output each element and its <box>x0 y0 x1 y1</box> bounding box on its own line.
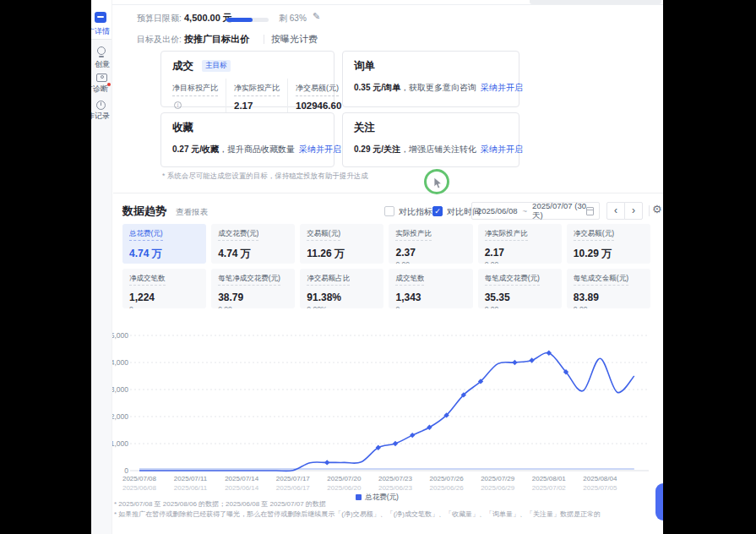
metric-card[interactable]: 净成交笔数1,2240 <box>122 269 206 308</box>
metric-card[interactable]: 成交花费(元)4.74 万0.00 <box>211 224 295 264</box>
date-range-separator: ~ <box>523 206 528 215</box>
metric-label: 每笔成交金额(元) <box>574 274 628 286</box>
trend-section-title: 数据趋势 <box>122 204 166 219</box>
x-axis-tick-main: 2025/07/20 <box>314 475 373 482</box>
metric-value: 2.17 <box>485 247 555 259</box>
metric-value: 83.89 <box>574 292 644 303</box>
metric-label: 净交易额(元) <box>574 229 614 241</box>
inquiry-desc: ，获取更多意向咨询 <box>400 83 476 92</box>
adopt-favorite-link[interactable]: 采纳并开启 <box>299 144 341 154</box>
adopt-inquiry-link[interactable]: 采纳并开启 <box>481 83 523 92</box>
metric-value: 91.38% <box>307 292 377 303</box>
metric-compare-value: 0.00 <box>574 305 644 308</box>
diagnose-icon[interactable] <box>96 74 107 82</box>
legend-label: 总花费(元) <box>365 493 399 501</box>
topbar-stub <box>530 0 661 4</box>
metric-card[interactable]: 实际投产比2.370.00 <box>389 224 472 264</box>
metric-compare-value: 0.00 <box>218 263 288 264</box>
x-axis-tick-compare: 2025/06/20 <box>314 484 373 492</box>
sidebar-item-diagnose[interactable]: 推广诊断 <box>91 84 108 95</box>
metric-value: 1,224 <box>129 292 199 303</box>
metric-compare-value: 0.00% <box>307 305 377 308</box>
sidebar-item-detail[interactable]: 推广详情 <box>91 26 110 37</box>
tab-bid-by-goal[interactable]: 按推广目标出价 <box>184 33 249 46</box>
budget-label: 预算日限额: <box>137 13 182 25</box>
tab-bid-by-impression[interactable]: 按曝光计费 <box>271 33 318 46</box>
metric-value: 10.29 万 <box>574 247 644 261</box>
goal-card-deal[interactable]: 成交 主目标 净目标投产比i 2.45 ✎ 净实际投产比 2.17 净交易额(元… <box>160 51 334 107</box>
metric-label: 交易额(元) <box>307 229 340 241</box>
metric-label: 每笔成交花费(元) <box>485 274 540 286</box>
sidebar-item-creative[interactable]: 创意 <box>95 59 110 70</box>
metric-compare-value: 0.00 <box>307 263 377 264</box>
metric-label: 成交花费(元) <box>218 229 258 241</box>
follow-card-title: 关注 <box>354 121 375 135</box>
x-axis-tick-main: 2025/07/26 <box>417 475 476 482</box>
campaign-detail-icon[interactable] <box>95 12 106 23</box>
compare-metric-checkbox[interactable] <box>384 206 394 216</box>
info-icon[interactable]: i <box>174 101 182 109</box>
metric-value: 35.35 <box>485 292 555 303</box>
settings-gear-icon[interactable]: ⚙ <box>652 203 662 215</box>
x-axis-tick-compare: 2025/06/29 <box>468 484 527 492</box>
metric-card[interactable]: 每笔净成交花费(元)38.790.00 <box>211 269 295 308</box>
metric-card[interactable]: 总花费(元)4.74 万0.00 <box>122 224 206 264</box>
tab-divider <box>264 35 264 44</box>
sidebar-item-history[interactable]: 操作记录 <box>91 111 110 122</box>
metric-compare-value: 0.00 <box>574 263 644 264</box>
view-report-link[interactable]: 查看报表 <box>176 207 208 218</box>
chart-footnote-1: * 2025/07/08 至 2025/08/06 的数据；2025/06/08… <box>114 499 326 509</box>
inquiry-price: 0.35 元/询单 <box>354 83 400 92</box>
history-icon[interactable] <box>96 101 106 110</box>
metric-label: 净实际投产比 <box>485 229 528 241</box>
metric-label: 成交笔数 <box>395 274 424 286</box>
x-axis-tick-main: 2025/07/14 <box>212 475 271 482</box>
x-axis-tick-compare: 2025/06/14 <box>212 484 271 492</box>
metric-compare-value: 0.00 <box>485 260 555 264</box>
compare-time-checkbox[interactable]: ✓ <box>432 206 443 216</box>
x-axis-tick-main: 2025/08/01 <box>519 475 579 482</box>
metric-card[interactable]: 净交易额(元)10.29 万0.00 <box>567 224 650 264</box>
metric-value: 38.79 <box>218 292 288 303</box>
floating-widget[interactable] <box>655 483 663 520</box>
metric-compare-value: 0.00 <box>485 305 555 308</box>
adopt-follow-link[interactable]: 采纳并开启 <box>481 144 523 154</box>
favorite-price: 0.27 元/收藏 <box>172 144 219 154</box>
follow-price: 0.29 元/关注 <box>354 144 400 154</box>
metric-card[interactable]: 净交易额占比91.38%0.00% <box>300 269 383 308</box>
x-axis-tick-main: 2025/07/11 <box>161 475 220 482</box>
favorite-card-title: 收藏 <box>172 121 193 135</box>
budget-progress-bar <box>226 18 269 22</box>
metric-label: 净成交笔数 <box>129 274 166 286</box>
metric-card[interactable]: 净实际投产比2.170.00 <box>478 224 562 264</box>
metric-compare-value: 0 <box>129 305 199 308</box>
metric-value: 2.37 <box>395 247 465 259</box>
date-range-end: 2025/07/07 (30天) <box>532 201 586 221</box>
budget-value: 4,500.00 元 <box>184 12 232 25</box>
favorite-desc: ，提升商品收藏数量 <box>219 144 295 154</box>
metric-card-grid: 总花费(元)4.74 万0.00成交花费(元)4.74 万0.00交易额(元)1… <box>122 224 650 308</box>
budget-progress-fill <box>226 18 253 22</box>
idea-icon[interactable] <box>97 46 106 55</box>
metric-label: 净交易额占比 <box>307 274 350 286</box>
idea-icon-base <box>99 56 104 57</box>
calendar-icon <box>586 207 594 215</box>
x-axis-tick-compare: 2025/06/23 <box>366 484 425 492</box>
metric-card[interactable]: 每笔成交花费(元)35.350.00 <box>478 269 562 308</box>
goal-card-inquiry[interactable]: 询单 0.35 元/询单，获取更多意向咨询采纳并开启 <box>342 51 519 107</box>
date-range-picker[interactable]: 2025/06/08 ~ 2025/07/07 (30天) <box>471 202 600 220</box>
goal-card-favorite[interactable]: 收藏 0.27 元/收藏，提升商品收藏数量采纳并开启 <box>160 112 334 167</box>
next-period-button[interactable]: › <box>624 202 643 220</box>
metric-card[interactable]: 成交笔数1,3430 <box>389 269 472 308</box>
metric-card[interactable]: 每笔成交金额(元)83.890.00 <box>567 269 650 308</box>
section-divider <box>113 193 663 193</box>
prev-period-button[interactable]: ‹ <box>606 202 625 220</box>
click-indicator-ring <box>424 169 449 194</box>
edit-budget-icon[interactable]: ✎ <box>313 11 320 22</box>
metric-card[interactable]: 交易额(元)11.26 万0.00 <box>300 224 383 264</box>
metric-compare-value: 0.00 <box>218 305 288 308</box>
compare-metric-label[interactable]: 对比指标 <box>399 206 432 218</box>
goal-card-follow[interactable]: 关注 0.29 元/关注，增强店铺关注转化采纳并开启 <box>342 112 519 167</box>
x-axis-tick-main: 2025/07/29 <box>468 475 527 482</box>
x-axis-tick-main: 2025/07/08 <box>110 475 169 482</box>
